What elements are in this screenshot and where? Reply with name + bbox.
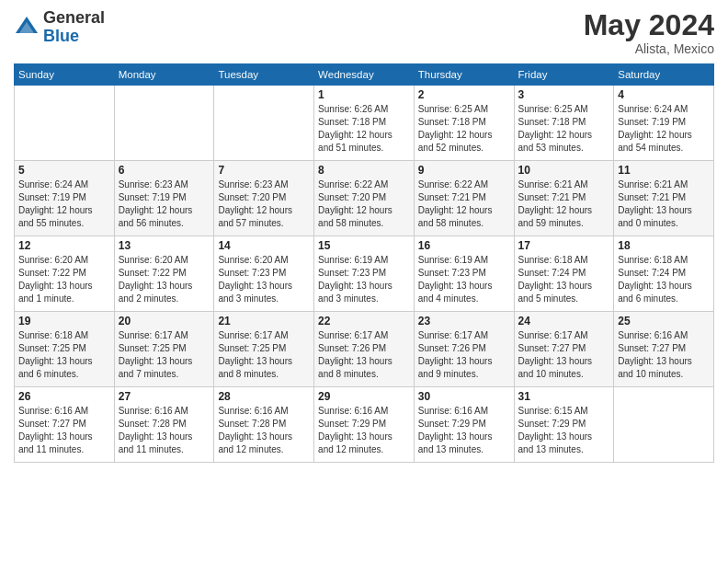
calendar-cell: 3Sunrise: 6:25 AMSunset: 7:18 PMDaylight… [514, 86, 614, 161]
day-info: Sunrise: 6:18 AMSunset: 7:24 PMDaylight:… [618, 254, 710, 305]
calendar-cell: 22Sunrise: 6:17 AMSunset: 7:26 PMDayligh… [314, 312, 415, 387]
calendar-week-1: 5Sunrise: 6:24 AMSunset: 7:19 PMDaylight… [15, 161, 714, 236]
day-info: Sunrise: 6:21 AMSunset: 7:21 PMDaylight:… [518, 178, 610, 230]
calendar-cell: 25Sunrise: 6:16 AMSunset: 7:27 PMDayligh… [614, 312, 714, 387]
day-number: 17 [518, 239, 610, 252]
day-info: Sunrise: 6:20 AMSunset: 7:23 PMDaylight:… [218, 254, 310, 305]
day-number: 23 [418, 315, 510, 327]
day-info: Sunrise: 6:19 AMSunset: 7:23 PMDaylight:… [418, 254, 510, 305]
calendar-cell: 26Sunrise: 6:16 AMSunset: 7:27 PMDayligh… [15, 387, 115, 463]
day-info: Sunrise: 6:19 AMSunset: 7:23 PMDaylight:… [318, 254, 410, 305]
day-info: Sunrise: 6:22 AMSunset: 7:20 PMDaylight:… [318, 178, 410, 230]
calendar-cell: 7Sunrise: 6:23 AMSunset: 7:20 PMDaylight… [214, 161, 314, 236]
calendar-cell: 9Sunrise: 6:22 AMSunset: 7:21 PMDaylight… [414, 161, 514, 236]
page: General Blue May 2024 Alista, Mexico Sun… [0, 0, 728, 563]
day-number: 9 [418, 164, 510, 177]
calendar-table: Sunday Monday Tuesday Wednesday Thursday… [14, 63, 714, 463]
day-info: Sunrise: 6:18 AMSunset: 7:25 PMDaylight:… [18, 329, 110, 381]
day-number: 22 [318, 315, 410, 327]
title-section: May 2024 Alista, Mexico [584, 9, 714, 56]
day-info: Sunrise: 6:17 AMSunset: 7:26 PMDaylight:… [418, 329, 510, 381]
calendar-cell: 5Sunrise: 6:24 AMSunset: 7:19 PMDaylight… [15, 161, 115, 236]
calendar-cell: 21Sunrise: 6:17 AMSunset: 7:25 PMDayligh… [214, 312, 314, 387]
day-info: Sunrise: 6:16 AMSunset: 7:27 PMDaylight:… [618, 329, 710, 381]
day-number: 4 [618, 88, 710, 101]
location: Alista, Mexico [584, 41, 714, 56]
day-info: Sunrise: 6:18 AMSunset: 7:24 PMDaylight:… [518, 254, 610, 305]
day-info: Sunrise: 6:25 AMSunset: 7:18 PMDaylight:… [418, 103, 510, 155]
day-number: 11 [618, 164, 710, 177]
calendar-cell: 17Sunrise: 6:18 AMSunset: 7:24 PMDayligh… [514, 236, 614, 312]
col-sunday: Sunday [15, 64, 115, 86]
col-tuesday: Tuesday [214, 64, 314, 86]
day-number: 5 [18, 164, 110, 177]
day-number: 18 [618, 239, 710, 252]
day-number: 29 [318, 390, 410, 403]
day-number: 3 [518, 88, 610, 101]
calendar-cell: 30Sunrise: 6:16 AMSunset: 7:29 PMDayligh… [414, 387, 514, 463]
calendar-cell: 15Sunrise: 6:19 AMSunset: 7:23 PMDayligh… [314, 236, 415, 312]
day-info: Sunrise: 6:21 AMSunset: 7:21 PMDaylight:… [618, 178, 710, 230]
calendar-cell: 20Sunrise: 6:17 AMSunset: 7:25 PMDayligh… [114, 312, 214, 387]
col-wednesday: Wednesday [314, 64, 415, 86]
calendar-cell: 18Sunrise: 6:18 AMSunset: 7:24 PMDayligh… [614, 236, 714, 312]
day-info: Sunrise: 6:24 AMSunset: 7:19 PMDaylight:… [18, 178, 110, 230]
col-monday: Monday [114, 64, 214, 86]
day-info: Sunrise: 6:17 AMSunset: 7:27 PMDaylight:… [518, 329, 610, 381]
calendar-week-3: 19Sunrise: 6:18 AMSunset: 7:25 PMDayligh… [15, 312, 714, 387]
day-info: Sunrise: 6:20 AMSunset: 7:22 PMDaylight:… [18, 254, 110, 305]
day-number: 24 [518, 315, 610, 327]
calendar-cell: 11Sunrise: 6:21 AMSunset: 7:21 PMDayligh… [614, 161, 714, 236]
day-info: Sunrise: 6:24 AMSunset: 7:19 PMDaylight:… [618, 103, 710, 155]
calendar-week-4: 26Sunrise: 6:16 AMSunset: 7:27 PMDayligh… [15, 387, 714, 463]
day-info: Sunrise: 6:22 AMSunset: 7:21 PMDaylight:… [418, 178, 510, 230]
day-info: Sunrise: 6:16 AMSunset: 7:28 PMDaylight:… [119, 405, 210, 456]
calendar-cell: 6Sunrise: 6:23 AMSunset: 7:19 PMDaylight… [114, 161, 214, 236]
day-number: 10 [518, 164, 610, 177]
day-info: Sunrise: 6:17 AMSunset: 7:26 PMDaylight:… [318, 329, 410, 381]
day-number: 7 [218, 164, 310, 177]
logo-blue: Blue [43, 28, 105, 46]
day-number: 1 [318, 88, 410, 101]
calendar-cell: 19Sunrise: 6:18 AMSunset: 7:25 PMDayligh… [15, 312, 115, 387]
day-info: Sunrise: 6:16 AMSunset: 7:27 PMDaylight:… [18, 405, 110, 456]
day-number: 30 [418, 390, 510, 403]
calendar-cell: 2Sunrise: 6:25 AMSunset: 7:18 PMDaylight… [414, 86, 514, 161]
day-info: Sunrise: 6:17 AMSunset: 7:25 PMDaylight:… [218, 329, 310, 381]
day-info: Sunrise: 6:23 AMSunset: 7:19 PMDaylight:… [119, 178, 210, 230]
header: General Blue May 2024 Alista, Mexico [14, 9, 714, 56]
day-number: 15 [318, 239, 410, 252]
col-saturday: Saturday [614, 64, 714, 86]
calendar-cell: 16Sunrise: 6:19 AMSunset: 7:23 PMDayligh… [414, 236, 514, 312]
day-number: 28 [218, 390, 310, 403]
calendar-cell: 12Sunrise: 6:20 AMSunset: 7:22 PMDayligh… [15, 236, 115, 312]
calendar-header-row: Sunday Monday Tuesday Wednesday Thursday… [15, 64, 714, 86]
calendar-cell: 1Sunrise: 6:26 AMSunset: 7:18 PMDaylight… [314, 86, 415, 161]
day-info: Sunrise: 6:23 AMSunset: 7:20 PMDaylight:… [218, 178, 310, 230]
day-number: 21 [218, 315, 310, 327]
logo: General Blue [14, 9, 105, 46]
calendar-cell: 14Sunrise: 6:20 AMSunset: 7:23 PMDayligh… [214, 236, 314, 312]
day-number: 12 [18, 239, 110, 252]
day-number: 16 [418, 239, 510, 252]
day-number: 13 [119, 239, 210, 252]
calendar-cell: 4Sunrise: 6:24 AMSunset: 7:19 PMDaylight… [614, 86, 714, 161]
calendar-cell: 27Sunrise: 6:16 AMSunset: 7:28 PMDayligh… [114, 387, 214, 463]
day-number: 6 [119, 164, 210, 177]
day-info: Sunrise: 6:16 AMSunset: 7:29 PMDaylight:… [318, 405, 410, 456]
day-number: 19 [18, 315, 110, 327]
calendar-cell [114, 86, 214, 161]
day-number: 14 [218, 239, 310, 252]
day-number: 8 [318, 164, 410, 177]
calendar-week-2: 12Sunrise: 6:20 AMSunset: 7:22 PMDayligh… [15, 236, 714, 312]
day-info: Sunrise: 6:16 AMSunset: 7:28 PMDaylight:… [218, 405, 310, 456]
calendar-cell [614, 387, 714, 463]
day-number: 20 [119, 315, 210, 327]
logo-text: General Blue [43, 9, 105, 46]
day-info: Sunrise: 6:15 AMSunset: 7:29 PMDaylight:… [518, 405, 610, 456]
calendar-cell: 29Sunrise: 6:16 AMSunset: 7:29 PMDayligh… [314, 387, 415, 463]
day-number: 2 [418, 88, 510, 101]
col-thursday: Thursday [414, 64, 514, 86]
month-title: May 2024 [584, 9, 714, 41]
day-info: Sunrise: 6:17 AMSunset: 7:25 PMDaylight:… [119, 329, 210, 381]
